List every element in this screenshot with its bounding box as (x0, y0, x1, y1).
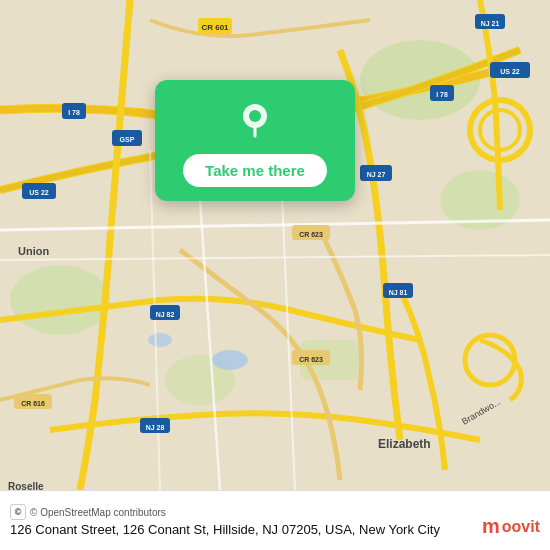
svg-text:NJ 27: NJ 27 (367, 171, 386, 178)
address-text: 126 Conant Street, 126 Conant St, Hillsi… (10, 522, 540, 537)
svg-text:NJ 28: NJ 28 (146, 424, 165, 431)
svg-text:Elizabeth: Elizabeth (378, 437, 431, 451)
take-me-there-button[interactable]: Take me there (183, 154, 327, 187)
svg-text:NJ 21: NJ 21 (481, 20, 500, 27)
svg-text:CR 623: CR 623 (299, 356, 323, 363)
osm-text: © OpenStreetMap contributors (30, 507, 166, 518)
map-container: CR 601 I 78 I 78 GSP US 22 US 22 NJ 27 N… (0, 0, 550, 490)
svg-text:Union: Union (18, 245, 49, 257)
svg-text:CR 601: CR 601 (201, 23, 229, 32)
osm-attribution: © © OpenStreetMap contributors (10, 504, 540, 520)
map-background: CR 601 I 78 I 78 GSP US 22 US 22 NJ 27 N… (0, 0, 550, 490)
svg-text:CR 623: CR 623 (299, 231, 323, 238)
svg-text:GSP: GSP (120, 136, 135, 143)
moovit-m-letter: m (482, 515, 500, 538)
location-card: Take me there (155, 80, 355, 201)
svg-text:Roselle: Roselle (8, 481, 44, 490)
svg-text:I 78: I 78 (68, 109, 80, 116)
svg-point-3 (10, 265, 110, 335)
osm-logo: © (10, 504, 26, 520)
svg-text:NJ 81: NJ 81 (389, 289, 408, 296)
moovit-logo: m oovit (482, 515, 540, 538)
svg-text:CR 616: CR 616 (21, 400, 45, 407)
svg-text:US 22: US 22 (500, 68, 520, 75)
bottom-bar: © © OpenStreetMap contributors 126 Conan… (0, 490, 550, 550)
svg-text:NJ 82: NJ 82 (156, 311, 175, 318)
svg-text:I 78: I 78 (436, 91, 448, 98)
moovit-wordmark: oovit (502, 518, 540, 536)
svg-point-50 (249, 110, 261, 122)
svg-point-6 (212, 350, 248, 370)
svg-point-7 (148, 333, 172, 347)
svg-text:US 22: US 22 (29, 189, 49, 196)
location-pin-icon (233, 98, 277, 142)
